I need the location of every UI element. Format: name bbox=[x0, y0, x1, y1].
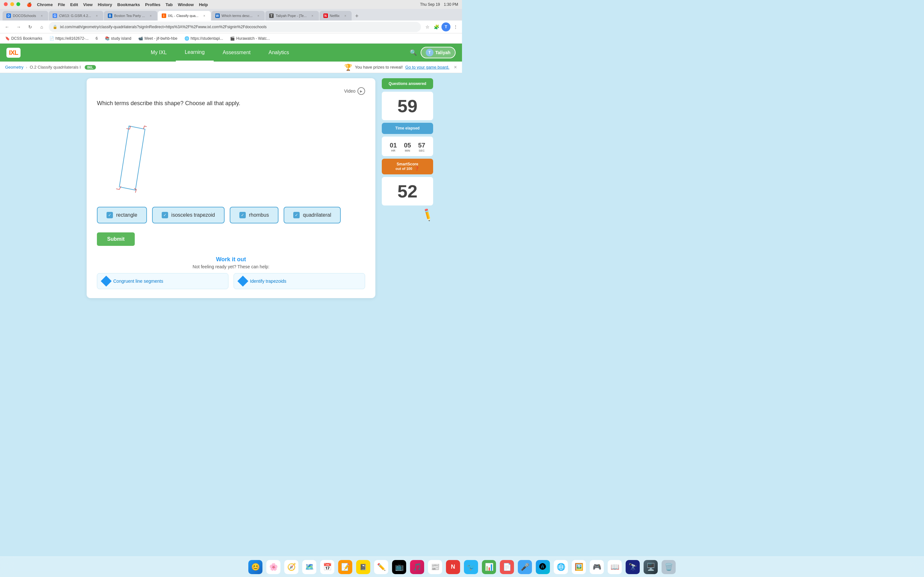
close-dot[interactable] bbox=[4, 2, 8, 6]
tab-which-close[interactable]: × bbox=[256, 13, 261, 18]
pencil-icon[interactable]: ✏️ bbox=[420, 207, 435, 222]
extension-icon[interactable]: 🧩 bbox=[433, 23, 440, 31]
new-tab-button[interactable]: + bbox=[352, 11, 361, 21]
time-hr-value: 01 bbox=[390, 142, 397, 149]
help-link-identify[interactable]: Identify trapezoids bbox=[234, 273, 365, 289]
user-name: Taliyah bbox=[435, 50, 451, 55]
mac-time: Thu Sep 19 bbox=[420, 2, 440, 7]
bookmark-hurawatch[interactable]: 🎬 Hurawatch - Watc... bbox=[228, 35, 272, 41]
ixl-logo[interactable]: IXL bbox=[6, 48, 21, 58]
questions-answered-value: 59 bbox=[397, 96, 417, 116]
profiles-menu[interactable]: Profiles bbox=[145, 2, 160, 7]
time-elapsed-label: Time elapsed bbox=[386, 126, 429, 131]
tab-cw13[interactable]: G CW13: G.GSR.4.2... × bbox=[49, 11, 103, 21]
smart-score-help-icon[interactable]: ❓ bbox=[415, 166, 419, 171]
option-rectangle-label: rectangle bbox=[116, 212, 137, 218]
bookmark-6[interactable]: 6 bbox=[93, 35, 100, 41]
tab-docschools-close[interactable]: × bbox=[39, 13, 44, 18]
refresh-button[interactable]: ↻ bbox=[26, 23, 35, 31]
view-menu[interactable]: View bbox=[83, 2, 92, 7]
history-menu[interactable]: History bbox=[98, 2, 112, 7]
tab-menu[interactable]: Tab bbox=[166, 2, 173, 7]
prize-link[interactable]: Go to your game board. bbox=[405, 65, 449, 69]
tab-boston[interactable]: B Boston Tea Party ... × bbox=[104, 11, 157, 21]
bookmark-study-island[interactable]: 📚 study island bbox=[102, 35, 134, 41]
apple-menu[interactable]: 🍎 bbox=[27, 2, 32, 7]
help-link-congruent[interactable]: Congruent line segments bbox=[97, 273, 228, 289]
bookmark-6-label: 6 bbox=[95, 36, 98, 41]
work-it-out: Work it out Not feeling ready yet? These… bbox=[97, 256, 365, 289]
ixl-nav: My IXL Learning Assessment Analytics bbox=[30, 44, 410, 61]
address-bar[interactable]: 🔒 ixl.com/math/geometry/classify-quadril… bbox=[49, 22, 421, 32]
pencil-area: ✏️ bbox=[382, 210, 433, 220]
browser-tabs: D DOCOSchools × G CW13: G.GSR.4.2... × B… bbox=[0, 9, 462, 21]
nav-assessment[interactable]: Assessment bbox=[214, 44, 260, 61]
user-button[interactable]: T Taliyah bbox=[421, 47, 456, 58]
help-diamond-icon bbox=[101, 276, 111, 287]
help-links: Congruent line segments Identify trapezo… bbox=[97, 273, 365, 289]
submit-button[interactable]: Submit bbox=[97, 232, 135, 246]
video-link[interactable]: Video ▶ bbox=[344, 87, 365, 95]
tab-which[interactable]: W Which terms desc... × bbox=[212, 11, 265, 21]
tab-taliyah[interactable]: T Taliyah Pope - [Te... × bbox=[265, 11, 319, 21]
tab-ixl-close[interactable]: × bbox=[202, 13, 207, 18]
mac-bar-right: Thu Sep 19 1:30 PM bbox=[420, 2, 458, 7]
nav-my-ixl[interactable]: My IXL bbox=[142, 44, 176, 61]
chrome-menu[interactable]: Chrome bbox=[37, 2, 53, 7]
file-menu[interactable]: File bbox=[58, 2, 65, 7]
tab-which-label: Which terms desc... bbox=[222, 14, 253, 18]
tab-netflix-close[interactable]: × bbox=[342, 13, 348, 18]
tab-netflix[interactable]: N Netflix × bbox=[320, 11, 352, 21]
question-card: Video ▶ Which terms describe this shape?… bbox=[87, 78, 375, 298]
main-content: Video ▶ Which terms describe this shape?… bbox=[0, 73, 462, 303]
time-display-box: 01 HR 05 MIN 57 SEC bbox=[382, 137, 433, 156]
tab-taliyah-close[interactable]: × bbox=[310, 13, 315, 18]
breadcrumb-bar: Geometry › O.2 Classify quadrilaterals I… bbox=[0, 61, 462, 73]
bookmark-meet[interactable]: 📹 Meet - jif-bwhb-hbe bbox=[136, 35, 180, 41]
profile-icon[interactable]: T bbox=[441, 23, 451, 31]
option-rhombus[interactable]: ✓ rhombus bbox=[230, 207, 278, 223]
edit-menu[interactable]: Edit bbox=[70, 2, 78, 7]
option-isosceles-trapezoid[interactable]: ✓ isosceles trapezoid bbox=[152, 207, 225, 223]
bookmark-meet-icon: 📹 bbox=[138, 36, 143, 41]
nav-analytics[interactable]: Analytics bbox=[260, 44, 298, 61]
back-button[interactable]: ← bbox=[3, 23, 11, 31]
home-button[interactable]: ⌂ bbox=[37, 23, 46, 31]
questions-answered-box: Questions answered bbox=[382, 78, 433, 89]
tab-docschools[interactable]: D DOCOSchools × bbox=[3, 11, 48, 21]
tab-cw13-label: CW13: G.GSR.4.2... bbox=[59, 14, 91, 18]
time-min-value: 05 bbox=[404, 142, 411, 149]
star-icon[interactable]: ☆ bbox=[423, 23, 431, 31]
bookmarks-menu[interactable]: Bookmarks bbox=[118, 2, 140, 7]
window-menu[interactable]: Window bbox=[178, 2, 194, 7]
help-link-congruent-label: Congruent line segments bbox=[113, 279, 163, 284]
bookmark-study-island-icon: 📚 bbox=[105, 36, 110, 41]
ixl-logo-text: IXL bbox=[9, 49, 18, 56]
bookmark-studentapi[interactable]: 🌐 https://studentapi... bbox=[182, 35, 226, 41]
bookmark-studentapi-label: https://studentapi... bbox=[191, 36, 223, 41]
bookmark-dcss-icon: 🔖 bbox=[5, 36, 10, 41]
time-min-label: MIN bbox=[404, 149, 411, 152]
forward-button[interactable]: → bbox=[14, 23, 23, 31]
breadcrumb-geometry[interactable]: Geometry bbox=[5, 65, 23, 69]
tab-taliyah-label: Taliyah Pope - [Te... bbox=[276, 14, 307, 18]
maximize-dot[interactable] bbox=[16, 2, 20, 6]
option-rectangle[interactable]: ✓ rectangle bbox=[97, 207, 147, 223]
smart-score-sub: out of 100 bbox=[396, 167, 412, 171]
option-rectangle-check: ✓ bbox=[107, 212, 113, 218]
search-icon[interactable]: 🔍 bbox=[410, 49, 417, 56]
bookmark-dcss[interactable]: 🔖 DCSS Bookmarks bbox=[3, 35, 45, 41]
options-row: ✓ rectangle ✓ isosceles trapezoid ✓ rhom… bbox=[97, 207, 365, 223]
option-isosceles-check: ✓ bbox=[162, 212, 168, 218]
menu-icon[interactable]: ⋮ bbox=[452, 23, 459, 31]
minimize-dot[interactable] bbox=[10, 2, 14, 6]
nav-learning[interactable]: Learning bbox=[176, 44, 214, 61]
tab-boston-close[interactable]: × bbox=[148, 13, 153, 18]
help-menu[interactable]: Help bbox=[199, 2, 208, 7]
tab-ixl[interactable]: I IXL - Classify qua... × bbox=[158, 11, 211, 21]
option-quadrilateral[interactable]: ✓ quadrilateral bbox=[284, 207, 341, 223]
bookmark-study-island-label: study island bbox=[111, 36, 131, 41]
tab-cw13-close[interactable]: × bbox=[94, 13, 99, 18]
prize-close[interactable]: × bbox=[454, 64, 457, 70]
bookmark-e816[interactable]: 📄 https://e8162672-... bbox=[47, 35, 91, 41]
